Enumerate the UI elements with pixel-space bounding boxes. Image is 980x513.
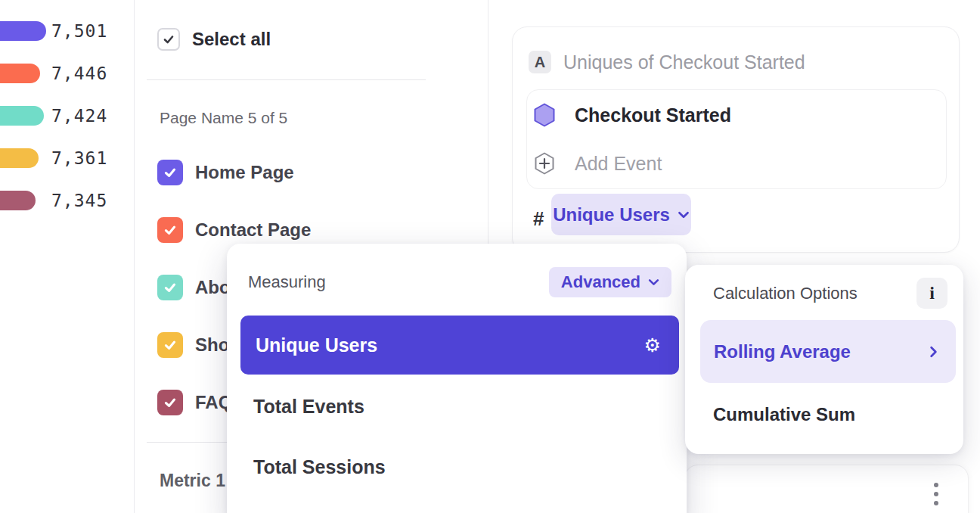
gear-icon[interactable]: ⚙ [644,336,661,355]
filter-checkbox[interactable] [157,275,183,300]
check-icon [163,337,178,353]
chevron-down-icon [648,278,659,286]
legend-bar [0,64,40,83]
legend-value: 7,446 [51,64,107,83]
series-title-input[interactable]: Uniques of Checkout Started [563,51,805,73]
calculation-title: Calculation Options [713,284,858,303]
event-hexagon-icon [534,103,555,127]
filter-item-contact-page[interactable]: Contact Page [157,217,311,243]
option-label: Cumulative Sum [713,404,855,425]
advanced-mode-dropdown[interactable]: Advanced [549,267,671,297]
measurement-dropdown[interactable]: Unique Users [551,194,691,235]
calculation-options-popover: Calculation Options i Rolling Average Cu… [685,265,963,454]
check-icon [163,165,178,180]
measuring-title: Measuring [248,272,326,292]
measuring-dropdown-panel: Measuring Advanced Unique Users ⚙ Total … [227,244,687,513]
option-label: Total Events [253,396,364,418]
filter-checkbox[interactable] [157,390,183,415]
filter-item-home-page[interactable]: Home Page [157,160,294,185]
measurement-value: Unique Users [553,204,670,225]
series-badge: A [529,51,551,73]
filter-checkbox[interactable] [157,332,183,358]
legend-bar [0,191,36,210]
legend-value: 7,361 [51,148,107,168]
measuring-header: Measuring Advanced [248,267,671,297]
kebab-menu-icon[interactable] [934,483,938,505]
event-card: Checkout Started Add Event [526,89,947,189]
add-event-row[interactable]: Add Event [534,151,662,176]
option-label: Unique Users [256,334,377,356]
add-event-icon [534,151,555,176]
info-icon[interactable]: i [916,278,947,309]
legend-value: 7,424 [51,106,107,126]
option-unique-users-selected[interactable]: Unique Users ⚙ [240,316,679,375]
filter-checkbox[interactable] [157,217,183,243]
select-all-row[interactable]: Select all [157,28,271,51]
measurement-hash-icon: # [533,207,544,230]
filter-item-label: Home Page [195,162,294,183]
query-builder-card: A Uniques of Checkout Started Checkout S… [512,26,960,253]
event-row[interactable]: Checkout Started [534,103,731,127]
check-icon [162,33,175,46]
option-total-events[interactable]: Total Events [253,395,364,418]
analytics-screen: 7,501 7,446 7,424 7,361 7,345 Select all… [0,0,980,513]
group-label: Page Name 5 of 5 [160,109,287,127]
option-label: Total Sessions [253,456,386,478]
check-icon [163,280,178,295]
check-icon [163,222,178,238]
legend-value: 7,345 [51,191,107,210]
add-event-label: Add Event [575,153,662,175]
divider [147,79,426,80]
select-all-label: Select all [192,29,271,50]
event-name: Checkout Started [575,104,731,126]
filter-checkbox[interactable] [157,160,183,185]
option-cumulative-sum[interactable]: Cumulative Sum [713,403,855,426]
option-label: Rolling Average [714,341,851,362]
check-icon [163,395,178,410]
legend-bar [0,148,39,168]
metric-footer-label: Metric 1 [160,471,225,491]
filter-item-label: Contact Page [195,219,311,241]
legend-bar [0,21,46,41]
option-total-sessions[interactable]: Total Sessions [253,455,386,478]
chevron-right-icon [929,346,938,358]
option-rolling-average[interactable]: Rolling Average [700,320,956,383]
legend-value: 7,501 [51,21,107,41]
legend-divider [134,0,135,513]
calculation-header: Calculation Options i [713,278,947,309]
breakdown-card [684,465,969,513]
select-all-checkbox[interactable] [157,28,180,51]
advanced-mode-label: Advanced [561,272,640,292]
chevron-down-icon [678,211,690,219]
legend-bar [0,106,44,126]
